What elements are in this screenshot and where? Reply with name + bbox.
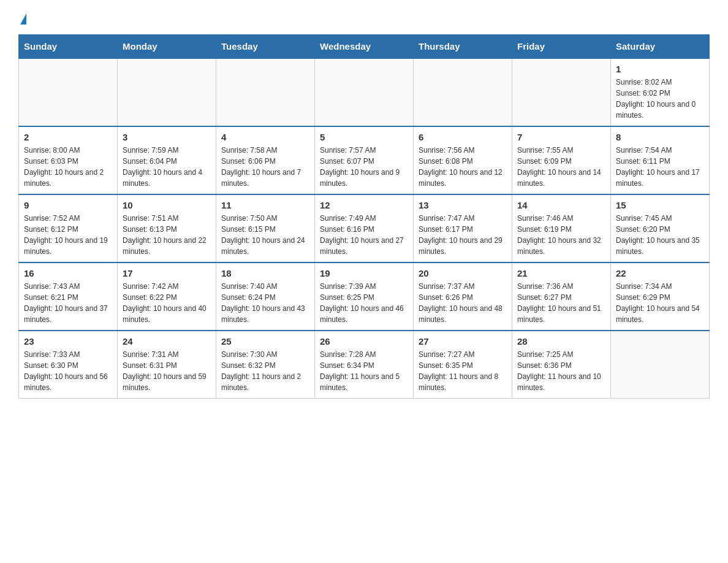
calendar-cell: 1Sunrise: 8:02 AM Sunset: 6:02 PM Daylig… (611, 58, 710, 126)
weekday-header-tuesday: Tuesday (216, 35, 315, 59)
calendar-cell (315, 58, 414, 126)
day-info: Sunrise: 7:36 AM Sunset: 6:27 PM Dayligh… (517, 281, 605, 325)
day-info: Sunrise: 7:30 AM Sunset: 6:32 PM Dayligh… (221, 349, 309, 393)
day-info: Sunrise: 8:02 AM Sunset: 6:02 PM Dayligh… (616, 77, 704, 121)
day-info: Sunrise: 7:28 AM Sunset: 6:34 PM Dayligh… (320, 349, 408, 393)
calendar-cell (216, 58, 315, 126)
weekday-header-thursday: Thursday (414, 35, 512, 59)
calendar-cell: 23Sunrise: 7:33 AM Sunset: 6:30 PM Dayli… (19, 331, 118, 399)
calendar-cell: 17Sunrise: 7:42 AM Sunset: 6:22 PM Dayli… (118, 262, 216, 331)
day-info: Sunrise: 7:49 AM Sunset: 6:16 PM Dayligh… (320, 213, 408, 257)
day-number: 5 (320, 132, 408, 142)
calendar-cell: 3Sunrise: 7:59 AM Sunset: 6:04 PM Daylig… (118, 126, 216, 194)
day-number: 6 (419, 132, 507, 142)
day-number: 27 (419, 336, 507, 347)
calendar-cell: 7Sunrise: 7:55 AM Sunset: 6:09 PM Daylig… (512, 126, 611, 194)
week-row-1: 2Sunrise: 8:00 AM Sunset: 6:03 PM Daylig… (19, 126, 710, 194)
calendar-cell: 21Sunrise: 7:36 AM Sunset: 6:27 PM Dayli… (512, 262, 611, 331)
calendar-cell: 6Sunrise: 7:56 AM Sunset: 6:08 PM Daylig… (414, 126, 512, 194)
day-number: 22 (616, 268, 704, 278)
day-number: 23 (24, 336, 112, 347)
day-number: 17 (123, 268, 211, 278)
calendar-table: SundayMondayTuesdayWednesdayThursdayFrid… (18, 34, 710, 399)
day-number: 24 (123, 336, 211, 347)
calendar-cell: 24Sunrise: 7:31 AM Sunset: 6:31 PM Dayli… (118, 331, 216, 399)
day-info: Sunrise: 7:40 AM Sunset: 6:24 PM Dayligh… (221, 281, 309, 325)
calendar-cell: 10Sunrise: 7:51 AM Sunset: 6:13 PM Dayli… (118, 194, 216, 262)
calendar-cell (414, 58, 512, 126)
day-info: Sunrise: 8:00 AM Sunset: 6:03 PM Dayligh… (24, 145, 112, 189)
weekday-header-saturday: Saturday (611, 35, 710, 59)
calendar-cell (19, 58, 118, 126)
week-row-3: 16Sunrise: 7:43 AM Sunset: 6:21 PM Dayli… (19, 262, 710, 331)
day-number: 7 (517, 132, 605, 142)
weekday-header-row: SundayMondayTuesdayWednesdayThursdayFrid… (19, 35, 710, 59)
day-info: Sunrise: 7:52 AM Sunset: 6:12 PM Dayligh… (24, 213, 112, 257)
calendar-cell: 5Sunrise: 7:57 AM Sunset: 6:07 PM Daylig… (315, 126, 414, 194)
day-info: Sunrise: 7:46 AM Sunset: 6:19 PM Dayligh… (517, 213, 605, 257)
day-info: Sunrise: 7:50 AM Sunset: 6:15 PM Dayligh… (221, 213, 309, 257)
calendar-cell: 15Sunrise: 7:45 AM Sunset: 6:20 PM Dayli… (611, 194, 710, 262)
calendar-cell: 22Sunrise: 7:34 AM Sunset: 6:29 PM Dayli… (611, 262, 710, 331)
day-number: 4 (221, 132, 309, 142)
calendar-cell: 20Sunrise: 7:37 AM Sunset: 6:26 PM Dayli… (414, 262, 512, 331)
day-number: 9 (24, 200, 112, 210)
day-info: Sunrise: 7:58 AM Sunset: 6:06 PM Dayligh… (221, 145, 309, 189)
logo-triangle-icon (20, 13, 26, 25)
day-info: Sunrise: 7:56 AM Sunset: 6:08 PM Dayligh… (419, 145, 507, 189)
calendar-cell: 8Sunrise: 7:54 AM Sunset: 6:11 PM Daylig… (611, 126, 710, 194)
day-info: Sunrise: 7:37 AM Sunset: 6:26 PM Dayligh… (419, 281, 507, 325)
week-row-4: 23Sunrise: 7:33 AM Sunset: 6:30 PM Dayli… (19, 331, 710, 399)
day-info: Sunrise: 7:31 AM Sunset: 6:31 PM Dayligh… (123, 349, 211, 393)
day-info: Sunrise: 7:27 AM Sunset: 6:35 PM Dayligh… (419, 349, 507, 393)
calendar-cell: 11Sunrise: 7:50 AM Sunset: 6:15 PM Dayli… (216, 194, 315, 262)
weekday-header-sunday: Sunday (19, 35, 118, 59)
day-number: 20 (419, 268, 507, 278)
day-number: 3 (123, 132, 211, 142)
day-number: 2 (24, 132, 112, 142)
calendar-cell (512, 58, 611, 126)
day-info: Sunrise: 7:43 AM Sunset: 6:21 PM Dayligh… (24, 281, 112, 325)
day-info: Sunrise: 7:33 AM Sunset: 6:30 PM Dayligh… (24, 349, 112, 393)
logo (18, 12, 28, 25)
day-number: 19 (320, 268, 408, 278)
day-info: Sunrise: 7:57 AM Sunset: 6:07 PM Dayligh… (320, 145, 408, 189)
day-number: 18 (221, 268, 309, 278)
day-number: 10 (123, 200, 211, 210)
week-row-2: 9Sunrise: 7:52 AM Sunset: 6:12 PM Daylig… (19, 194, 710, 262)
day-number: 14 (517, 200, 605, 210)
page-header (18, 12, 710, 25)
day-number: 21 (517, 268, 605, 278)
calendar-cell: 4Sunrise: 7:58 AM Sunset: 6:06 PM Daylig… (216, 126, 315, 194)
day-info: Sunrise: 7:51 AM Sunset: 6:13 PM Dayligh… (123, 213, 211, 257)
calendar-cell: 2Sunrise: 8:00 AM Sunset: 6:03 PM Daylig… (19, 126, 118, 194)
calendar-cell: 18Sunrise: 7:40 AM Sunset: 6:24 PM Dayli… (216, 262, 315, 331)
calendar-cell: 9Sunrise: 7:52 AM Sunset: 6:12 PM Daylig… (19, 194, 118, 262)
day-info: Sunrise: 7:54 AM Sunset: 6:11 PM Dayligh… (616, 145, 704, 189)
calendar-cell: 19Sunrise: 7:39 AM Sunset: 6:25 PM Dayli… (315, 262, 414, 331)
day-info: Sunrise: 7:39 AM Sunset: 6:25 PM Dayligh… (320, 281, 408, 325)
calendar-cell (611, 331, 710, 399)
calendar-cell: 26Sunrise: 7:28 AM Sunset: 6:34 PM Dayli… (315, 331, 414, 399)
day-info: Sunrise: 7:59 AM Sunset: 6:04 PM Dayligh… (123, 145, 211, 189)
weekday-header-wednesday: Wednesday (315, 35, 414, 59)
calendar-cell: 16Sunrise: 7:43 AM Sunset: 6:21 PM Dayli… (19, 262, 118, 331)
day-number: 12 (320, 200, 408, 210)
day-number: 11 (221, 200, 309, 210)
week-row-0: 1Sunrise: 8:02 AM Sunset: 6:02 PM Daylig… (19, 58, 710, 126)
weekday-header-friday: Friday (512, 35, 611, 59)
day-number: 1 (616, 64, 704, 74)
day-info: Sunrise: 7:45 AM Sunset: 6:20 PM Dayligh… (616, 213, 704, 257)
day-info: Sunrise: 7:42 AM Sunset: 6:22 PM Dayligh… (123, 281, 211, 325)
day-info: Sunrise: 7:47 AM Sunset: 6:17 PM Dayligh… (419, 213, 507, 257)
calendar-cell (118, 58, 216, 126)
calendar-cell: 13Sunrise: 7:47 AM Sunset: 6:17 PM Dayli… (414, 194, 512, 262)
day-info: Sunrise: 7:25 AM Sunset: 6:36 PM Dayligh… (517, 349, 605, 393)
calendar-cell: 12Sunrise: 7:49 AM Sunset: 6:16 PM Dayli… (315, 194, 414, 262)
day-number: 15 (616, 200, 704, 210)
day-number: 25 (221, 336, 309, 347)
day-info: Sunrise: 7:55 AM Sunset: 6:09 PM Dayligh… (517, 145, 605, 189)
day-number: 26 (320, 336, 408, 347)
calendar-cell: 28Sunrise: 7:25 AM Sunset: 6:36 PM Dayli… (512, 331, 611, 399)
weekday-header-monday: Monday (118, 35, 216, 59)
